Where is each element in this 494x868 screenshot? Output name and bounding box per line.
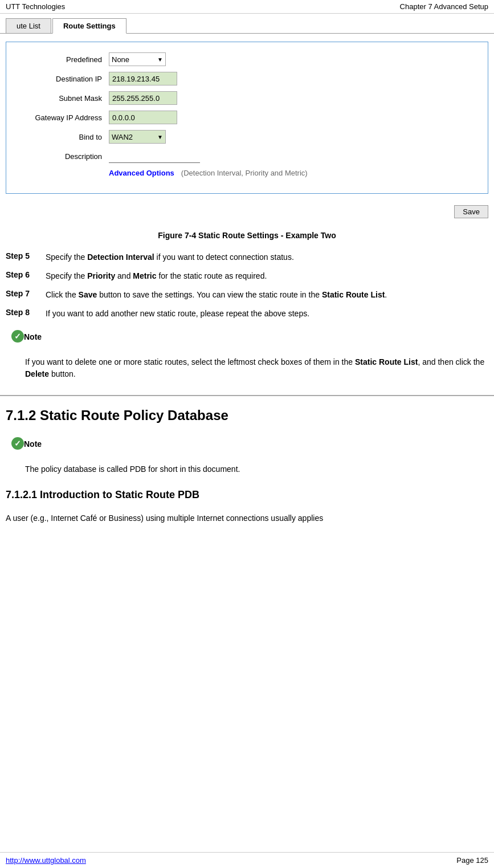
last-paragraph: A user (e.g., Internet Café or Business)…: [0, 507, 494, 570]
label-subnet-mask: Subnet Mask: [18, 94, 109, 103]
form-row-gateway-ip: Gateway IP Address: [18, 111, 476, 124]
header-right: Chapter 7 Advanced Setup: [400, 2, 488, 11]
bind-to-select[interactable]: WAN2 ▼: [109, 130, 166, 144]
label-predefined: Predefined: [18, 55, 109, 64]
advanced-options-hint: (Detection Interval, Priority and Metric…: [181, 169, 308, 177]
label-destination-ip: Destination IP: [18, 75, 109, 83]
form-row-bind-to: Bind to WAN2 ▼: [18, 130, 476, 144]
step-8-row: Step 8 If you want to add another new st…: [6, 308, 488, 320]
figure-caption: Figure 7-4 Static Route Settings - Examp…: [6, 231, 488, 240]
step-5-content: Specify the Detection Interval if you wa…: [46, 251, 294, 263]
note1-bold2: Delete: [25, 369, 49, 378]
label-description: Description: [18, 152, 109, 161]
label-bind-to: Bind to: [18, 133, 109, 141]
predefined-select[interactable]: None ▼: [109, 52, 166, 66]
step-7-row: Step 7 Click the Save button to save the…: [6, 289, 488, 301]
step-5-bold1: Detection Interval: [87, 252, 154, 262]
gateway-ip-input[interactable]: [109, 111, 177, 124]
section-712-heading: 7.1.2 Static Route Policy Database: [0, 395, 494, 429]
form-row-advanced-options: Advanced Options (Detection Interval, Pr…: [18, 169, 476, 177]
label-gateway-ip: Gateway IP Address: [18, 113, 109, 122]
save-button[interactable]: Save: [454, 205, 488, 218]
description-input[interactable]: [109, 149, 200, 163]
step-7-bold1: Save: [79, 290, 97, 299]
section-7121-heading: 7.1.2.1 Introduction to Static Route PDB: [0, 481, 494, 507]
footer-page: Page 125: [456, 856, 488, 865]
advanced-options-link[interactable]: Advanced Options: [109, 169, 174, 177]
form-row-predefined: Predefined None ▼: [18, 52, 476, 66]
footer-link[interactable]: http://www.uttglobal.com: [6, 856, 86, 865]
tab-route-settings[interactable]: Route Settings: [52, 18, 126, 34]
step-7-bold2: Static Route List: [322, 290, 385, 299]
predefined-dropdown-arrow: ▼: [157, 56, 163, 63]
step-6-bold2: Metric: [133, 271, 156, 280]
tab-route-list[interactable]: ute List: [6, 18, 51, 33]
step-6-row: Step 6 Specify the Priority and Metric f…: [6, 270, 488, 282]
steps-section: Step 5 Specify the Detection Interval if…: [0, 251, 494, 320]
note2-text: The policy database is called PDB for sh…: [0, 460, 494, 481]
step-6-label: Step 6: [6, 270, 46, 279]
form-row-description: Description: [18, 149, 476, 163]
note1-label: Note: [24, 330, 42, 344]
step-6-bold1: Priority: [87, 271, 115, 280]
step-8-label: Step 8: [6, 308, 46, 317]
step-8-content: If you want to add another new static ro…: [46, 308, 309, 320]
step-5-label: Step 5: [6, 251, 46, 260]
note1-bold1: Static Route List: [355, 357, 418, 366]
save-button-row: Save: [0, 202, 494, 222]
form-row-subnet-mask: Subnet Mask: [18, 91, 476, 105]
bottom-bar: http://www.uttglobal.com Page 125: [0, 852, 494, 868]
step-5-row: Step 5 Specify the Detection Interval if…: [6, 251, 488, 263]
subnet-mask-input[interactable]: [109, 91, 177, 105]
note1-icon: ✓: [11, 330, 24, 343]
header-left: UTT Technologies: [6, 2, 65, 11]
bind-to-select-wrapper: WAN2 ▼: [109, 130, 166, 144]
step-7-label: Step 7: [6, 289, 46, 298]
step-7-content: Click the Save button to save the settin…: [46, 289, 387, 301]
note1-box: ✓ Note: [6, 327, 488, 347]
route-settings-form: Predefined None ▼ Destination IP Subnet …: [6, 42, 488, 194]
bind-to-dropdown-arrow: ▼: [157, 134, 163, 140]
tabs-bar: ute List Route Settings: [0, 14, 494, 34]
note2-label: Note: [24, 437, 42, 451]
page-header: UTT Technologies Chapter 7 Advanced Setu…: [0, 0, 494, 14]
note2-box: ✓ Note: [6, 434, 488, 454]
note2-icon: ✓: [11, 437, 24, 450]
note1-text: If you want to delete one or more static…: [0, 353, 494, 386]
step-6-content: Specify the Priority and Metric for the …: [46, 270, 267, 282]
predefined-select-wrapper: None ▼: [109, 52, 166, 66]
destination-ip-input[interactable]: [109, 72, 177, 85]
form-row-destination-ip: Destination IP: [18, 72, 476, 85]
